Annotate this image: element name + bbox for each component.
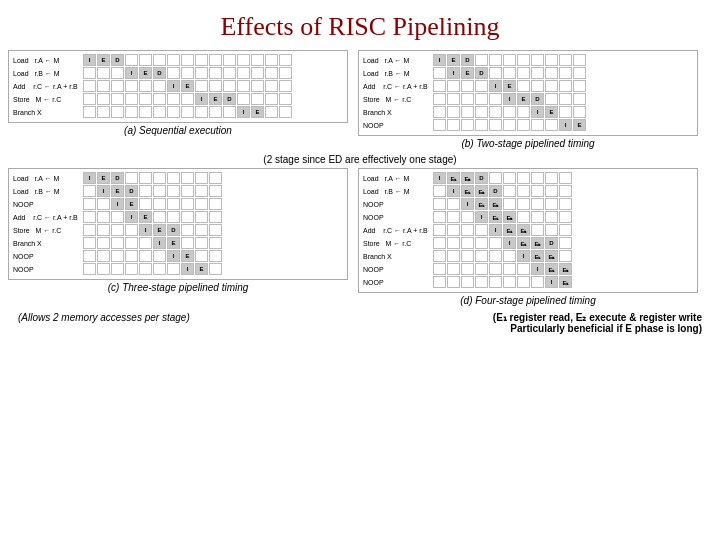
label-c7: NOOP xyxy=(13,250,83,263)
diagram-b-labels: Load r.A ← M Load r.B ← M Add r.C ← r.A … xyxy=(363,54,433,132)
cell xyxy=(489,93,502,105)
cell xyxy=(489,276,502,288)
label-c2: Load r.B ← M xyxy=(13,185,83,198)
grid-row-b2: I E D xyxy=(433,67,693,79)
cell xyxy=(97,250,110,262)
cell xyxy=(83,263,96,275)
caption-b: (b) Two-stage pipelined timing xyxy=(358,138,698,149)
stage-note: (2 stage since ED are effectively one st… xyxy=(8,154,712,165)
cell xyxy=(433,224,446,236)
grid-row-a2: I E D xyxy=(83,67,343,79)
cell xyxy=(111,211,124,223)
grid-row-d3: I E₁ E₂ xyxy=(433,198,693,210)
diagram-b-grid: I E D xyxy=(433,54,693,132)
label-d3: NOOP xyxy=(363,198,433,211)
cell xyxy=(97,237,110,249)
cell xyxy=(139,237,152,249)
label-d9: NOOP xyxy=(363,276,433,289)
cell xyxy=(517,106,530,118)
cell xyxy=(531,54,544,66)
cell xyxy=(167,263,180,275)
label-d1: Load r.A ← M xyxy=(363,172,433,185)
cell xyxy=(251,80,264,92)
cell xyxy=(475,119,488,131)
cell xyxy=(559,211,572,223)
cell xyxy=(153,54,166,66)
cell: D xyxy=(111,172,124,184)
cell: E₁ xyxy=(531,250,544,262)
cell xyxy=(559,93,572,105)
cell xyxy=(573,67,586,79)
cell: I xyxy=(83,54,96,66)
cell: E xyxy=(503,80,516,92)
cell xyxy=(265,80,278,92)
cell xyxy=(475,93,488,105)
cell xyxy=(279,54,292,66)
cell xyxy=(83,224,96,236)
cell xyxy=(83,106,96,118)
cell xyxy=(545,211,558,223)
cell xyxy=(209,263,222,275)
label-b6: NOOP xyxy=(363,119,433,132)
cell xyxy=(447,106,460,118)
cell xyxy=(251,93,264,105)
grid-row-c3: I E xyxy=(83,198,343,210)
cell xyxy=(209,67,222,79)
cell xyxy=(447,276,460,288)
cell xyxy=(517,54,530,66)
cell: E xyxy=(97,54,110,66)
cell xyxy=(503,172,516,184)
label-d6: Store M ← r.C xyxy=(363,237,433,250)
cell: E xyxy=(181,250,194,262)
cell xyxy=(559,54,572,66)
cell: E₂ xyxy=(461,172,474,184)
cell xyxy=(559,237,572,249)
cell xyxy=(223,106,236,118)
grid-row-d8: I E₁ E₂ xyxy=(433,263,693,275)
caption-c: (c) Three-stage pipelined timing xyxy=(8,282,348,293)
label-c3: NOOP xyxy=(13,198,83,211)
cell: D xyxy=(111,54,124,66)
cell xyxy=(545,93,558,105)
label-d8: NOOP xyxy=(363,263,433,276)
cell xyxy=(559,224,572,236)
cell xyxy=(475,250,488,262)
grid-row-d4: I E₁ E₂ xyxy=(433,211,693,223)
cell: E₂ xyxy=(503,211,516,223)
cell xyxy=(237,93,250,105)
cell xyxy=(153,106,166,118)
cell xyxy=(181,237,194,249)
cell: E₁ xyxy=(545,263,558,275)
cell xyxy=(517,67,530,79)
cell xyxy=(167,185,180,197)
cell xyxy=(209,198,222,210)
cell xyxy=(181,54,194,66)
cell xyxy=(139,172,152,184)
cell xyxy=(209,224,222,236)
cell xyxy=(125,250,138,262)
cell: I xyxy=(167,80,180,92)
label-c1: Load r.A ← M xyxy=(13,172,83,185)
cell: D xyxy=(475,172,488,184)
label-a2: Load r.B ← M xyxy=(13,67,83,80)
cell: I xyxy=(111,198,124,210)
cell xyxy=(97,224,110,236)
diagram-a-labels: Load r.A ← M Load r.B ← M Add r.C ← r.A … xyxy=(13,54,83,119)
cell: D xyxy=(545,237,558,249)
cell xyxy=(97,80,110,92)
cell xyxy=(237,67,250,79)
cell xyxy=(125,80,138,92)
cell xyxy=(139,250,152,262)
grid-row-c6: I E xyxy=(83,237,343,249)
cell xyxy=(111,67,124,79)
cell xyxy=(97,211,110,223)
cell: I xyxy=(447,185,460,197)
cell xyxy=(475,106,488,118)
cell xyxy=(517,211,530,223)
cell xyxy=(111,80,124,92)
cell xyxy=(447,263,460,275)
cell xyxy=(545,119,558,131)
diagram-c-box: Load r.A ← M Load r.B ← M NOOP Add r.C ←… xyxy=(8,168,348,280)
cell: E xyxy=(111,185,124,197)
cell xyxy=(433,185,446,197)
